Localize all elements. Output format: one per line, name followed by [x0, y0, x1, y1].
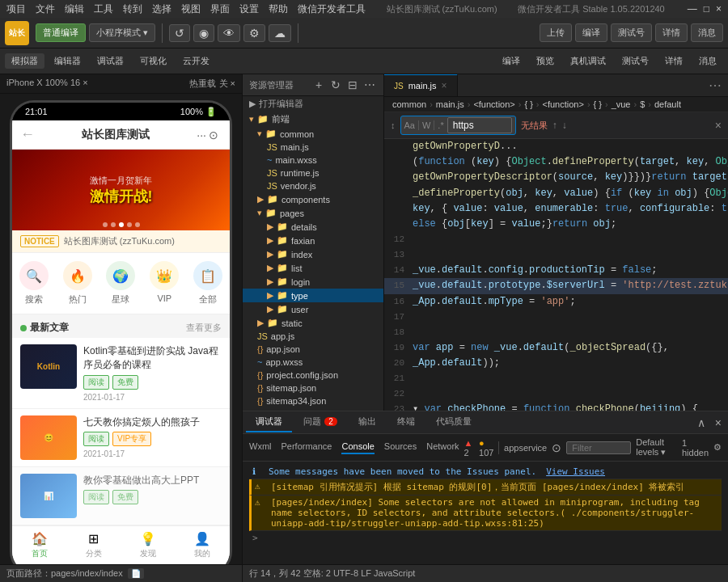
tree-refresh-btn[interactable]: ↻	[328, 78, 343, 92]
tree-index[interactable]: ▶ 📁 index	[243, 247, 383, 261]
mode-btn[interactable]: 小程序模式 ▾	[89, 23, 155, 42]
tree-login[interactable]: ▶ 📁 login	[243, 275, 383, 289]
console-tab-console[interactable]: Console	[341, 441, 374, 454]
filter-icon[interactable]: ⊙	[552, 441, 561, 454]
bottom-nav-category[interactable]: ⊞ 分类	[86, 531, 102, 559]
window-close[interactable]: ×	[716, 3, 722, 15]
console-prompt[interactable]: >	[249, 531, 722, 545]
bc-common[interactable]: common	[392, 99, 426, 109]
tree-app-js[interactable]: JS app.js	[243, 330, 383, 343]
tree-collapse-btn[interactable]: ⊟	[345, 78, 360, 92]
menu-item-goto[interactable]: 转到	[123, 2, 142, 16]
find-input[interactable]	[447, 117, 512, 133]
message-btn[interactable]: 消息	[691, 23, 723, 42]
device-label[interactable]: iPhone X 100% 16 ×	[6, 78, 88, 90]
tab-main-js[interactable]: JS main.js ×	[384, 74, 458, 96]
tab-close-btn[interactable]: ×	[442, 80, 447, 91]
tab-debugger[interactable]: 调试器	[91, 53, 130, 69]
console-tab-network[interactable]: Network	[426, 441, 459, 454]
console-tab-perf[interactable]: Performance	[281, 441, 332, 454]
bottom-nav-discover[interactable]: 💡 发现	[140, 531, 156, 559]
more-link[interactable]: 查看更多	[186, 322, 222, 334]
tree-static[interactable]: ▶ 📁 static	[243, 316, 383, 330]
test-btn[interactable]: 测试号	[611, 23, 652, 42]
panel-tab-codequality[interactable]: 代码质量	[426, 412, 481, 432]
find-up-btn[interactable]: ↑	[552, 120, 557, 131]
upload-btn[interactable]: 上传	[540, 23, 572, 42]
nav-vip[interactable]: 👑 VIP	[150, 261, 179, 306]
menu-item-project[interactable]: 项目	[6, 2, 26, 16]
bottom-nav-home[interactable]: 🏠 首页	[32, 531, 48, 559]
nav-hot[interactable]: 🔥 热门	[63, 261, 92, 306]
detail-btn2[interactable]: 详情	[658, 53, 689, 69]
menu-item-wechat[interactable]: 微信开发者工具	[298, 2, 366, 16]
case-btn[interactable]: Aa	[404, 120, 415, 130]
tab-simulator[interactable]: 模拟器	[5, 53, 44, 69]
tree-main-wxss[interactable]: ~ main.wxss	[243, 154, 383, 167]
bottom-nav-mine[interactable]: 👤 我的	[194, 531, 210, 559]
editor-more-btn[interactable]: ⋯	[702, 74, 728, 96]
preview-btn[interactable]: ◉	[193, 24, 214, 42]
tree-details[interactable]: ▶ 📁 details	[243, 220, 383, 234]
menu-item-view[interactable]: 视图	[181, 2, 201, 16]
article-item-3[interactable]: 📊 教你零基础做出高大上PPT 阅读 免费	[12, 467, 230, 525]
msg-btn[interactable]: 消息	[692, 53, 723, 69]
panel-tab-terminal[interactable]: 终端	[387, 412, 425, 432]
tree-more-btn[interactable]: ⋯	[362, 78, 377, 92]
find-close-btn[interactable]: ×	[715, 119, 722, 132]
tree-frontend[interactable]: ▾ 📁 前端	[243, 112, 383, 127]
regex-btn[interactable]: .*	[434, 120, 443, 130]
bc-mainjs[interactable]: main.js	[436, 99, 464, 109]
tree-user[interactable]: ▶ 📁 user	[243, 302, 383, 316]
detail-btn[interactable]: 详情	[655, 23, 688, 42]
tree-pages[interactable]: ▾ 📁 pages	[243, 206, 383, 220]
console-tab-sources[interactable]: Sources	[384, 441, 417, 454]
bc-function2[interactable]: <function>	[543, 99, 584, 109]
console-tab-wxml[interactable]: Wxml	[249, 441, 272, 454]
tree-open-editor[interactable]: ▶ 打开编辑器	[243, 96, 383, 112]
bc-default[interactable]: default	[654, 99, 681, 109]
tree-faxian[interactable]: ▶ 📁 faxian	[243, 234, 383, 247]
menu-item-tools[interactable]: 工具	[94, 2, 113, 16]
panel-close-btn[interactable]: ×	[712, 415, 725, 431]
tree-sitemap34[interactable]: {} sitemap34.json	[243, 394, 383, 407]
realdevice-btn[interactable]: 真机调试	[564, 53, 612, 69]
tree-list[interactable]: ▶ 📁 list	[243, 261, 383, 275]
tab-visual[interactable]: 可视化	[133, 53, 173, 69]
default-levels-btn[interactable]: Default levels ▾	[636, 437, 674, 458]
tree-main-js[interactable]: JS main.js	[243, 141, 383, 154]
menu-item-settings[interactable]: 设置	[239, 2, 259, 16]
find-down-btn[interactable]: ↓	[562, 120, 567, 131]
bc-obj1[interactable]: { }	[524, 99, 532, 109]
tree-project-config[interactable]: {} project.config.json	[243, 369, 383, 382]
bc-vue[interactable]: _vue	[612, 99, 631, 109]
article-item-2[interactable]: 😊 七天教你搞定烦人的熊孩子 阅读 VIP专享 2021-01-17	[12, 409, 230, 467]
tree-common[interactable]: ▾ 📁 common	[243, 127, 383, 141]
tree-app-wxss[interactable]: ~ app.wxss	[243, 356, 383, 369]
tab-cloud[interactable]: 云开发	[176, 53, 216, 69]
settings-btn[interactable]: ⚙	[243, 24, 265, 42]
tree-add-btn[interactable]: +	[311, 78, 326, 92]
menu-item-file[interactable]: 文件	[36, 2, 55, 16]
compile-btn2[interactable]: 编译	[496, 53, 527, 69]
testid-btn[interactable]: 测试号	[616, 53, 655, 69]
view-issues-link[interactable]: View Issues	[546, 466, 605, 477]
cloud-btn[interactable]: ☁	[269, 24, 291, 42]
panel-tab-issues[interactable]: 问题 2	[294, 412, 347, 432]
word-btn[interactable]: W	[418, 120, 430, 130]
wechat-controls[interactable]: ··· ⊙	[197, 129, 218, 141]
refresh-btn[interactable]: ↺	[169, 24, 190, 42]
panel-up-btn[interactable]: ∧	[694, 415, 709, 431]
compile-btn[interactable]: 普通编译	[36, 23, 86, 42]
menu-item-ui[interactable]: 界面	[210, 2, 230, 16]
bc-dollar[interactable]: $	[640, 99, 645, 109]
bc-obj2[interactable]: { }	[594, 99, 602, 109]
version-btn[interactable]: 编译	[575, 23, 607, 42]
code-editor[interactable]: getOwnPropertyD... (function (key) {Obje…	[384, 139, 728, 411]
panel-tab-debugger[interactable]: 调试器	[246, 412, 292, 432]
tree-components[interactable]: ▶ 📁 components	[243, 192, 383, 206]
menu-item-edit[interactable]: 编辑	[65, 2, 84, 16]
tree-sitemap[interactable]: {} sitemap.json	[243, 382, 383, 394]
tree-app-json[interactable]: {} app.json	[243, 343, 383, 356]
nav-search[interactable]: 🔍 搜索	[19, 261, 49, 306]
